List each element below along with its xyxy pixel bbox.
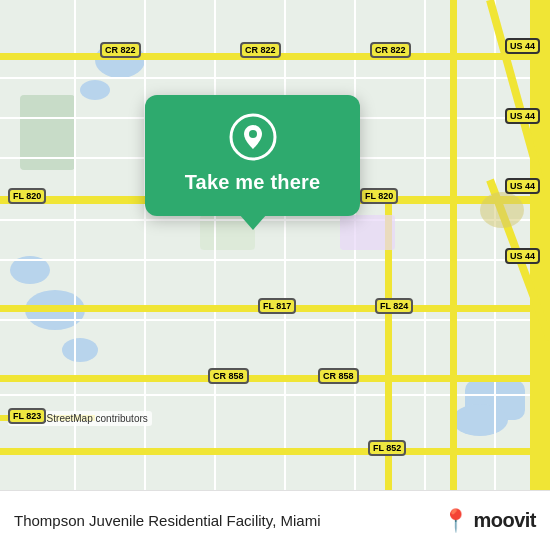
moovit-logo: 📍 moovit	[442, 508, 536, 534]
badge-us44-2: US 44	[505, 108, 540, 124]
badge-cr822-3: CR 822	[370, 42, 411, 58]
svg-rect-34	[450, 0, 457, 490]
take-me-there-button[interactable]: Take me there	[185, 171, 321, 194]
badge-fl824: FL 824	[375, 298, 413, 314]
moovit-pin-icon: 📍	[442, 508, 469, 534]
badge-fl817: FL 817	[258, 298, 296, 314]
badge-cr858-1: CR 858	[208, 368, 249, 384]
badge-cr822-2: CR 822	[240, 42, 281, 58]
badge-fl820-3: FL 820	[360, 188, 398, 204]
badge-us44-4: US 44	[505, 248, 540, 264]
location-pin-icon	[229, 113, 277, 161]
svg-rect-29	[0, 448, 550, 455]
map-container: US 44 US 44 US 44 US 44 CR 822 CR 822 CR…	[0, 0, 550, 490]
svg-point-39	[249, 130, 257, 138]
location-title: Thompson Juvenile Residential Facility, …	[14, 512, 321, 529]
svg-rect-31	[530, 0, 550, 490]
badge-cr858-2: CR 858	[318, 368, 359, 384]
svg-point-36	[480, 192, 524, 228]
badge-us44-3: US 44	[505, 178, 540, 194]
badge-us44-1: US 44	[505, 38, 540, 54]
badge-fl852: FL 852	[368, 440, 406, 456]
svg-point-7	[452, 404, 508, 436]
badge-cr822-1: CR 822	[100, 42, 141, 58]
svg-point-2	[62, 338, 98, 362]
svg-point-5	[80, 80, 110, 100]
badge-fl823: FL 823	[8, 408, 46, 424]
moovit-brand-text: moovit	[473, 509, 536, 532]
map-popup: Take me there	[145, 95, 360, 216]
bottom-bar: Thompson Juvenile Residential Facility, …	[0, 490, 550, 550]
svg-rect-28	[0, 375, 550, 382]
svg-rect-37	[340, 215, 395, 250]
badge-fl820-1: FL 820	[8, 188, 46, 204]
